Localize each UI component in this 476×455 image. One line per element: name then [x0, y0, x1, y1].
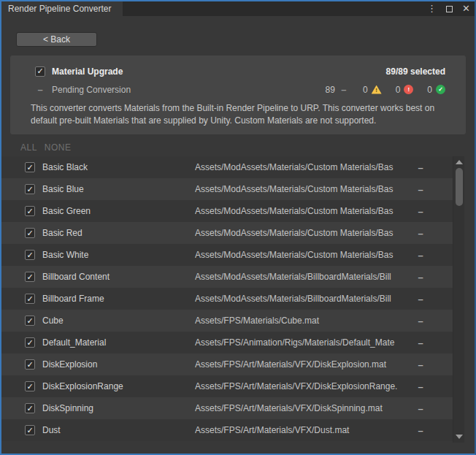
item-path: Assets/ModAssets/Materials/Custom Materi…	[195, 184, 416, 194]
success-icon: ✓	[436, 85, 445, 94]
item-status-dash-icon: –	[416, 381, 425, 392]
list-item[interactable]: ✓ Dust Assets/FPS/Art/Materials/VFX/Dust…	[1, 419, 453, 441]
warning-icon: !	[372, 85, 382, 94]
item-checkbox[interactable]: ✓	[25, 337, 35, 348]
list-item[interactable]: ✓ Basic Red Assets/ModAssets/Materials/C…	[1, 222, 453, 244]
item-checkbox[interactable]: ✓	[25, 381, 35, 391]
item-checkbox[interactable]: ✓	[25, 316, 35, 326]
checkmark-icon: ✓	[26, 207, 33, 215]
item-name: Basic Black	[42, 162, 195, 172]
item-path: Assets/FPS/Art/Materials/VFX/Dust.mat	[195, 425, 416, 435]
item-name: Basic White	[42, 250, 195, 260]
converter-checkbox[interactable]: ✓	[35, 66, 45, 77]
list-item[interactable]: ✓ Billboard Frame Assets/ModAssets/Mater…	[1, 288, 453, 310]
item-path: Assets/FPS/Animation/Rigs/Materials/Defa…	[195, 337, 416, 348]
item-path: Assets/FPS/Materials/Cube.mat	[195, 316, 416, 326]
back-button[interactable]: < Back	[16, 32, 97, 47]
pending-dash-icon: –	[35, 84, 45, 95]
pending-status-dash-icon: –	[339, 84, 349, 95]
maximize-icon[interactable]	[446, 6, 453, 12]
item-path: Assets/ModAssets/Materials/Custom Materi…	[195, 206, 416, 216]
item-status-dash-icon: –	[416, 206, 425, 217]
item-checkbox[interactable]: ✓	[25, 359, 35, 370]
item-path: Assets/FPS/Art/Materials/VFX/DiskExplosi…	[195, 381, 416, 391]
item-status-dash-icon: –	[416, 425, 425, 436]
item-checkbox[interactable]: ✓	[25, 403, 35, 413]
selection-controls: ALL NONE	[20, 142, 72, 153]
item-status-dash-icon: –	[416, 250, 425, 261]
list-item[interactable]: ✓ Basic White Assets/ModAssets/Materials…	[1, 244, 453, 266]
item-name: Cube	[42, 316, 195, 326]
list-item[interactable]: ✓ Billboard Content Assets/ModAssets/Mat…	[1, 266, 453, 288]
item-name: DiskExplosionRange	[42, 381, 195, 391]
checkmark-icon: ✓	[26, 383, 33, 391]
select-none-button[interactable]: NONE	[45, 142, 72, 153]
converter-description: This converter converts Materials from t…	[31, 102, 445, 127]
checkmark-icon: ✓	[26, 273, 33, 281]
checkmark-icon: ✓	[37, 67, 43, 75]
item-checkbox[interactable]: ✓	[25, 294, 35, 304]
converter-title: Material Upgrade	[52, 66, 123, 77]
item-checkbox[interactable]: ✓	[25, 162, 35, 172]
item-checkbox[interactable]: ✓	[25, 425, 35, 435]
item-status-dash-icon: –	[416, 403, 425, 414]
selected-count: 89/89 selected	[386, 66, 445, 77]
checkmark-icon: ✓	[26, 164, 33, 172]
window-controls: ⋮ ✕	[427, 1, 470, 16]
vertical-scrollbar[interactable]	[453, 156, 464, 443]
checkmark-icon: ✓	[26, 251, 33, 259]
window-title: Render Pipeline Converter	[8, 4, 111, 14]
item-path: Assets/ModAssets/Materials/BillboardMate…	[195, 272, 416, 282]
checkmark-icon: ✓	[26, 317, 33, 325]
item-path: Assets/ModAssets/Materials/Custom Materi…	[195, 162, 416, 172]
tab-bar: Render Pipeline Converter ⋮ ✕	[1, 1, 475, 16]
checkmark-icon: ✓	[26, 361, 33, 369]
item-path: Assets/ModAssets/Materials/Custom Materi…	[195, 250, 416, 260]
list-item[interactable]: ✓ Cube Assets/FPS/Materials/Cube.mat –	[1, 310, 453, 332]
render-pipeline-converter-window: Render Pipeline Converter ⋮ ✕ < Back ✓ M…	[0, 0, 476, 455]
scroll-down-icon[interactable]	[456, 435, 463, 439]
item-status-dash-icon: –	[416, 294, 425, 305]
item-checkbox[interactable]: ✓	[25, 184, 35, 194]
list-item[interactable]: ✓ DiskSpinning Assets/FPS/Art/Materials/…	[1, 397, 453, 419]
checkmark-icon: ✓	[26, 339, 33, 347]
pending-count: 89	[326, 85, 335, 95]
item-name: Billboard Content	[42, 272, 195, 282]
item-checkbox[interactable]: ✓	[25, 250, 35, 260]
item-status-dash-icon: –	[416, 162, 425, 173]
item-name: DiskSpinning	[42, 403, 195, 413]
item-name: Dust	[42, 425, 195, 435]
list-item[interactable]: ✓ Default_Material Assets/FPS/Animation/…	[1, 332, 453, 353]
item-status-dash-icon: –	[416, 184, 425, 195]
checkmark-icon: ✓	[26, 229, 33, 237]
scroll-up-icon[interactable]	[456, 160, 463, 164]
success-count: 0	[427, 85, 432, 95]
checkmark-icon: ✓	[26, 427, 33, 435]
item-status-dash-icon: –	[416, 272, 425, 283]
list-item[interactable]: ✓ Basic Blue Assets/ModAssets/Materials/…	[1, 178, 453, 200]
item-path: Assets/ModAssets/Materials/Custom Materi…	[195, 228, 416, 238]
list-item[interactable]: ✓ DiskExplosion Assets/FPS/Art/Materials…	[1, 353, 453, 375]
pending-conversion-label: Pending Conversion	[52, 85, 131, 95]
item-checkbox[interactable]: ✓	[25, 206, 35, 216]
item-name: Basic Red	[42, 228, 195, 238]
item-path: Assets/FPS/Art/Materials/VFX/DiskExplosi…	[195, 359, 416, 370]
select-all-button[interactable]: ALL	[20, 142, 37, 153]
item-name: Basic Green	[42, 206, 195, 216]
scrollbar-thumb[interactable]	[456, 168, 463, 206]
checkmark-icon: ✓	[26, 295, 33, 303]
checkmark-icon: ✓	[26, 405, 33, 413]
materials-list: ✓ Basic Black Assets/ModAssets/Materials…	[1, 156, 453, 441]
tab-render-pipeline-converter[interactable]: Render Pipeline Converter	[1, 1, 123, 16]
item-checkbox[interactable]: ✓	[25, 228, 35, 238]
close-icon[interactable]: ✕	[462, 1, 470, 16]
list-item[interactable]: ✓ DiskExplosionRange Assets/FPS/Art/Mate…	[1, 375, 453, 397]
checkmark-icon: ✓	[26, 186, 33, 194]
item-status-dash-icon: –	[416, 359, 425, 370]
item-path: Assets/ModAssets/Materials/BillboardMate…	[195, 294, 416, 304]
conversion-stats: 89 – 0 ! 0 ! 0 ✓	[326, 84, 445, 95]
list-item[interactable]: ✓ Basic Black Assets/ModAssets/Materials…	[1, 156, 453, 178]
item-checkbox[interactable]: ✓	[25, 272, 35, 282]
menu-icon[interactable]: ⋮	[427, 1, 437, 16]
list-item[interactable]: ✓ Basic Green Assets/ModAssets/Materials…	[1, 200, 453, 222]
